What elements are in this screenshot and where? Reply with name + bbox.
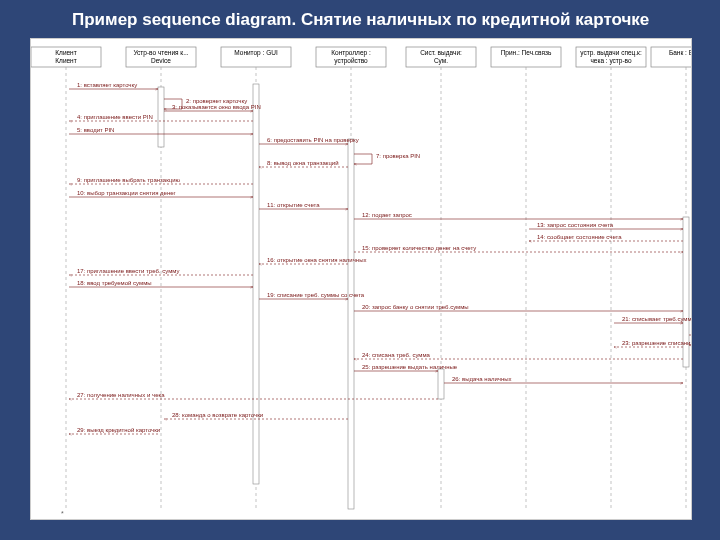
svg-text:11: открытие счета: 11: открытие счета — [267, 202, 320, 208]
svg-text:26: выдача наличных: 26: выдача наличных — [452, 376, 512, 382]
sequence-diagram: КлиентКлиентУстр-во чтения к...DeviceМон… — [30, 38, 692, 520]
footnote: * — [61, 510, 64, 517]
svg-text:7: проверка PIN: 7: проверка PIN — [376, 153, 420, 159]
svg-text:20: запрос банку о снятии треб: 20: запрос банку о снятии треб.суммы — [362, 304, 469, 310]
svg-text:Сист. выдачи:: Сист. выдачи: — [420, 49, 462, 57]
svg-text:Монитор : GUI: Монитор : GUI — [234, 49, 278, 57]
svg-text:19: списание треб. суммы со сч: 19: списание треб. суммы со счета — [267, 292, 365, 298]
svg-text:чека : устр-во: чека : устр-во — [590, 57, 632, 65]
svg-rect-23 — [158, 87, 164, 147]
svg-text:24: списана треб. сумма: 24: списана треб. сумма — [362, 352, 431, 358]
svg-text:28: команда о возврате карточк: 28: команда о возврате карточки — [172, 412, 263, 418]
svg-text:4: приглашение ввести PIN: 4: приглашение ввести PIN — [77, 114, 153, 120]
svg-text:13: запрос состояния счета: 13: запрос состояния счета — [537, 222, 614, 228]
svg-text:3: показывается окно ввода PIN: 3: показывается окно ввода PIN — [172, 104, 261, 110]
svg-text:9: приглашение выбрать транзак: 9: приглашение выбрать транзакцию — [77, 177, 181, 183]
svg-text:устр. выдачи спец.к:: устр. выдачи спец.к: — [580, 49, 642, 57]
svg-text:25: разрешение выдать наличные: 25: разрешение выдать наличные — [362, 364, 458, 370]
svg-text:10: выбор транзакции снятия де: 10: выбор транзакции снятия денег — [77, 190, 177, 196]
svg-text:29: выезд кредитной карточки: 29: выезд кредитной карточки — [77, 427, 160, 433]
svg-text:Контроллер :: Контроллер : — [331, 49, 371, 57]
svg-text:23: разрешение списания: 23: разрешение списания — [622, 340, 691, 346]
svg-text:6: предоставить PIN на проверк: 6: предоставить PIN на проверку — [267, 137, 359, 143]
svg-text:18: ввод требуемой суммы: 18: ввод требуемой суммы — [77, 280, 152, 286]
svg-text:1: вставляет карточку: 1: вставляет карточку — [77, 82, 137, 88]
svg-rect-22 — [348, 139, 354, 509]
svg-text:16: открытие окна снятия налич: 16: открытие окна снятия наличных — [267, 257, 366, 263]
svg-text:14: сообщает состояние счета: 14: сообщает состояние счета — [537, 234, 622, 240]
svg-text:Устр-во чтения к...: Устр-во чтения к... — [133, 49, 188, 57]
svg-text:8: вывод окна транзакций: 8: вывод окна транзакций — [267, 160, 339, 166]
slide-title: Пример sequence diagram. Снятие наличных… — [0, 0, 720, 38]
svg-text:21: списывает треб.сумму: 21: списывает треб.сумму — [622, 316, 691, 322]
svg-text:Сум.: Сум. — [434, 57, 448, 65]
svg-text:15: проверяет количество денег: 15: проверяет количество денег на счету — [362, 245, 476, 251]
svg-text:12: подает запрос: 12: подает запрос — [362, 212, 412, 218]
svg-text:17: приглашение ввести треб. с: 17: приглашение ввести треб. сумму — [77, 268, 179, 274]
msg-7 — [354, 154, 372, 164]
svg-rect-21 — [253, 84, 259, 484]
svg-text:устройство: устройство — [334, 57, 368, 65]
svg-text:Прин.: Печ.связь: Прин.: Печ.связь — [501, 49, 552, 57]
svg-text:Банк : Банк: Банк : Банк — [669, 49, 691, 56]
svg-text:Клиент: Клиент — [55, 57, 76, 64]
svg-text:5: вводит PIN: 5: вводит PIN — [77, 127, 114, 133]
svg-text:27: получение наличных и чека: 27: получение наличных и чека — [77, 392, 165, 398]
svg-rect-24 — [438, 369, 444, 399]
svg-text:Device: Device — [151, 57, 171, 64]
svg-text:Клиент: Клиент — [55, 49, 76, 56]
